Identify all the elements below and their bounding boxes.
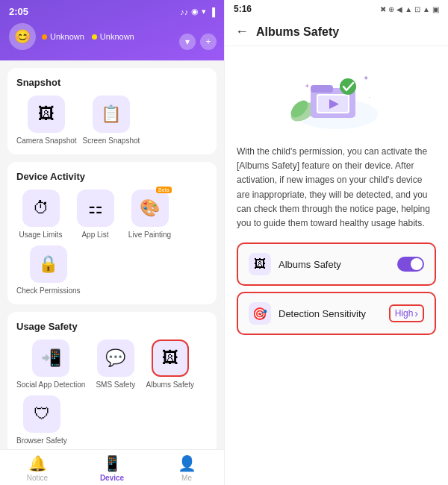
- svg-text:·: ·: [369, 95, 370, 100]
- settings-list: 🖼 Albums Safety 🎯 Detection Sensitivity …: [237, 242, 436, 335]
- app-list-label: App List: [81, 231, 108, 240]
- detection-sensitivity-icon: 🎯: [249, 302, 271, 325]
- app-list-item[interactable]: ⚏ App List: [71, 190, 119, 240]
- right-panel: 5:16 ✖ ⊕ ◀ ▲ ⊡ ▲ ▣ ← Albums Safety: [224, 0, 448, 485]
- usage-safety-section: Usage Safety 📲 Social App Detection 💬 SM…: [7, 312, 217, 449]
- header-controls: ▾ +: [179, 34, 217, 50]
- left-status-icons: ♪♪ ◉ ▾ ▐: [180, 7, 215, 16]
- usage-limits-icon: ⏱: [22, 190, 60, 227]
- live-painting-label: Live Painting: [128, 231, 171, 240]
- notice-icon: 🔔: [28, 454, 47, 472]
- page-title: Albums Safety: [256, 25, 339, 39]
- check-permissions-icon: 🔒: [30, 245, 67, 283]
- sync-icon: ⊕: [388, 5, 394, 13]
- beta-badge: Beta: [156, 187, 171, 193]
- camera-snapshot-label: Camera Snapshot: [16, 137, 77, 146]
- usage-limits-item[interactable]: ⏱ Usage Limits: [16, 190, 65, 240]
- left-content: Snapshot 🖼 Camera Snapshot 📋 Screen Snap…: [0, 60, 224, 449]
- wifi-icon: ▾: [202, 7, 206, 16]
- svg-text:✦: ✦: [363, 74, 369, 82]
- device-status-label-1: Unknown: [50, 32, 84, 41]
- right-status-icons-group: ✖ ⊕ ◀ ▲ ⊡ ▲ ▣: [380, 5, 439, 13]
- svg-text:✦: ✦: [305, 83, 310, 90]
- status-dot-orange: [42, 34, 47, 40]
- camera-snapshot-icon: 🖼: [28, 96, 65, 133]
- add-button[interactable]: +: [200, 34, 217, 50]
- left-panel: 2:05 ♪♪ ◉ ▾ ▐ 😊 Unknown Unknown: [0, 0, 224, 485]
- nav-notice[interactable]: 🔔 Notice: [0, 454, 75, 482]
- albums-safety-nav-label: Albums Safety: [146, 381, 194, 389]
- check-permissions-item[interactable]: 🔒 Check Permissions: [16, 245, 81, 295]
- avatar: 😊: [9, 23, 36, 50]
- battery-icon-right: ▣: [432, 5, 439, 13]
- usage-safety-title: Usage Safety: [16, 321, 208, 332]
- device-status-1: Unknown: [42, 32, 84, 41]
- left-status-time: 2:05: [9, 6, 28, 17]
- device-status-label-2: Unknown: [100, 32, 134, 41]
- status-dot-yellow: [92, 34, 97, 40]
- me-label: Me: [181, 474, 192, 482]
- live-painting-item[interactable]: 🎨 Beta Live Painting: [125, 190, 174, 240]
- usage-limits-label: Usage Limits: [19, 231, 63, 240]
- browser-safety-grid: 🛡 Browser Safety: [16, 395, 208, 445]
- description: With the child's permission, you can act…: [237, 145, 436, 231]
- chevron-right-icon: ›: [414, 307, 418, 319]
- snapshot-grid: 🖼 Camera Snapshot 📋 Screen Snapshot: [16, 96, 208, 146]
- screen-snapshot-item[interactable]: 📋 Screen Snapshot: [83, 96, 140, 146]
- social-app-detection-label: Social App Detection: [16, 381, 85, 389]
- snapshot-section: Snapshot 🖼 Camera Snapshot 📋 Screen Snap…: [7, 68, 217, 154]
- signal-icon: ▲: [405, 5, 412, 13]
- social-app-detection-icon: 📲: [32, 340, 69, 377]
- camera-snapshot-item[interactable]: 🖼 Camera Snapshot: [16, 96, 77, 146]
- bottom-nav: 🔔 Notice 📱 Device 👤 Me: [0, 449, 224, 485]
- battery-icon: ▐: [209, 7, 215, 16]
- device-status-2: Unknown: [92, 32, 134, 41]
- wifi-icon-right: ▲: [423, 5, 430, 13]
- me-icon: 👤: [178, 454, 196, 472]
- browser-safety-label: Browser Safety: [16, 436, 67, 445]
- albums-safety-nav-icon: 🖼: [152, 340, 189, 377]
- dropdown-button[interactable]: ▾: [179, 34, 196, 50]
- sensitivity-value-box: High ›: [389, 304, 424, 322]
- app-list-icon: ⚏: [77, 190, 114, 227]
- albums-safety-setting[interactable]: 🖼 Albums Safety: [237, 242, 436, 286]
- right-content: ✦ ✦ · With the child's permission, you c…: [225, 46, 448, 485]
- right-header: ← Albums Safety: [225, 18, 448, 46]
- svg-point-8: [340, 78, 356, 95]
- social-app-detection-item[interactable]: 📲 Social App Detection: [16, 340, 85, 389]
- signal-icon: ◉: [191, 7, 199, 16]
- albums-safety-nav-item[interactable]: 🖼 Albums Safety: [146, 340, 194, 389]
- back-button[interactable]: ←: [235, 24, 249, 40]
- check-permissions-label: Check Permissions: [16, 287, 81, 295]
- alarm-icon: ✖: [380, 5, 386, 13]
- screen-snapshot-label: Screen Snapshot: [83, 137, 140, 146]
- nav-me[interactable]: 👤 Me: [149, 454, 224, 482]
- browser-safety-icon: 🛡: [23, 395, 60, 433]
- screen-snapshot-icon: 📋: [93, 96, 130, 133]
- albums-safety-toggle[interactable]: [397, 257, 424, 272]
- sms-safety-icon: 💬: [97, 340, 134, 377]
- device-label: Device: [100, 474, 124, 482]
- tiktok-icon: ♪♪: [180, 7, 188, 16]
- left-header: 2:05 ♪♪ ◉ ▾ ▐ 😊 Unknown Unknown: [0, 0, 224, 60]
- browser-safety-item[interactable]: 🛡 Browser Safety: [16, 395, 67, 445]
- albums-safety-setting-label: Albums Safety: [279, 259, 397, 270]
- albums-safety-setting-icon: 🖼: [249, 253, 271, 275]
- right-status-bar: 5:16 ✖ ⊕ ◀ ▲ ⊡ ▲ ▣: [225, 0, 448, 18]
- device-row: 😊 Unknown Unknown ▾ +: [9, 23, 215, 50]
- device-activity-title: Device Activity: [16, 171, 208, 182]
- snapshot-title: Snapshot: [16, 77, 208, 88]
- nav-device[interactable]: 📱 Device: [75, 454, 149, 482]
- live-painting-icon: 🎨 Beta: [131, 190, 169, 227]
- device-activity-section: Device Activity ⏱ Usage Limits ⚏ App Lis…: [7, 162, 217, 304]
- device-icon: 📱: [103, 454, 122, 472]
- location-icon: ⊡: [414, 5, 420, 13]
- sms-safety-label: SMS Safety: [96, 381, 135, 389]
- detection-sensitivity-setting[interactable]: 🎯 Detection Sensitivity High ›: [237, 292, 436, 335]
- sms-safety-item[interactable]: 💬 SMS Safety: [91, 340, 140, 389]
- svg-rect-4: [311, 85, 333, 93]
- right-status-time: 5:16: [234, 4, 252, 14]
- notice-label: Notice: [27, 474, 48, 482]
- device-activity-grid: ⏱ Usage Limits ⚏ App List 🎨 Beta Live Pa…: [16, 190, 208, 295]
- high-value-box: High ›: [389, 304, 424, 322]
